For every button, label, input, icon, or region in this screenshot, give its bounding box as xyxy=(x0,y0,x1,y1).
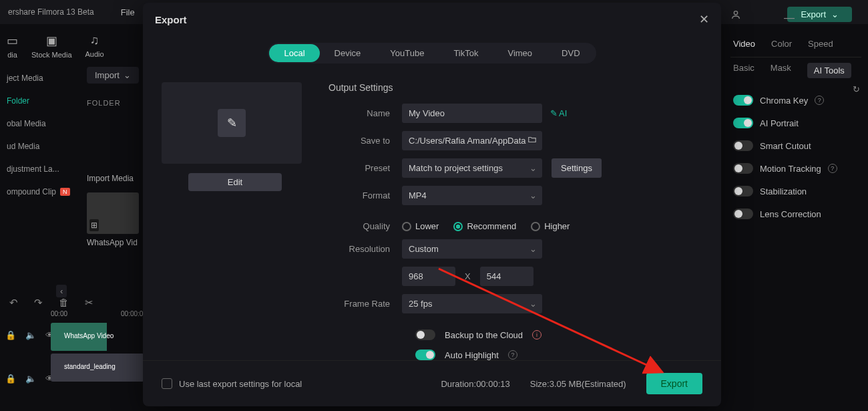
name-input[interactable] xyxy=(402,104,542,123)
quality-lower-radio[interactable]: Lower xyxy=(402,221,439,231)
timeline-track[interactable]: WhatsApp Video xyxy=(51,323,144,351)
lock-icon[interactable]: 🔒 xyxy=(5,374,16,384)
app-title: ershare Filmora 13 Beta xyxy=(8,7,94,17)
stabilization-toggle[interactable] xyxy=(733,186,753,196)
export-tab-dvd[interactable]: DVD xyxy=(547,44,594,62)
import-dropdown[interactable]: Import ⌄ xyxy=(87,67,139,84)
ai-portrait-toggle[interactable] xyxy=(733,118,753,128)
resolution-select[interactable] xyxy=(402,239,542,259)
width-input[interactable] xyxy=(402,267,455,286)
saveto-input[interactable] xyxy=(402,131,542,150)
stock-icon: ▣ xyxy=(46,33,57,48)
use-last-settings-label: Use last export settings for local xyxy=(179,379,302,389)
output-settings-heading: Output Settings xyxy=(329,82,702,93)
edit-button[interactable]: Edit xyxy=(188,173,282,191)
media-label: dia xyxy=(7,51,17,59)
export-button[interactable]: Export xyxy=(646,373,702,394)
x-separator: X xyxy=(465,271,471,281)
audio-tab[interactable]: ♫ Audio xyxy=(85,33,104,59)
import-media-label: Import Media xyxy=(87,174,139,183)
track-clip-label: standard_leading xyxy=(64,363,116,370)
export-button-top[interactable]: Export ⌄ xyxy=(787,7,852,22)
close-icon[interactable]: ✕ xyxy=(699,12,709,27)
chevron-down-icon: ⌄ xyxy=(124,70,131,80)
svg-point-0 xyxy=(734,11,737,15)
lens-correction-label: Lens Correction xyxy=(760,209,821,219)
format-label: Format xyxy=(329,190,402,200)
import-label: Import xyxy=(95,70,120,80)
backup-label: Backup to the Cloud xyxy=(445,330,523,340)
tab-video[interactable]: Video xyxy=(733,36,755,51)
highlight-label: Auto Highlight xyxy=(445,350,499,360)
size-text: Size:3.05 MB(Estimated) xyxy=(530,379,626,389)
folder-icon[interactable] xyxy=(527,135,537,146)
motion-tracking-toggle[interactable] xyxy=(733,163,753,174)
preset-label: Preset xyxy=(329,163,402,173)
motion-tracking-label: Motion Tracking xyxy=(760,164,821,174)
resolution-label: Resolution xyxy=(329,244,402,254)
track-clip-label: WhatsApp Video xyxy=(64,332,114,339)
subtab-mask[interactable]: Mask xyxy=(771,63,791,78)
tab-speed[interactable]: Speed xyxy=(808,36,833,51)
sidebar-item-folder[interactable]: Folder xyxy=(0,90,73,112)
export-modal: Export ✕ Local Device YouTube TikTok Vim… xyxy=(143,3,721,406)
ai-icon[interactable]: ✎AI xyxy=(550,108,567,118)
sidebar-item-cloud-media[interactable]: ud Media xyxy=(0,135,73,158)
export-tab-local[interactable]: Local xyxy=(269,44,319,62)
smart-cutout-label: Smart Cutout xyxy=(760,141,811,151)
file-menu[interactable]: File xyxy=(121,7,135,17)
mute-icon[interactable]: 🔈 xyxy=(25,374,36,384)
mute-icon[interactable]: 🔈 xyxy=(25,330,36,340)
smart-cutout-toggle[interactable] xyxy=(733,140,753,151)
chevron-down-icon: ⌄ xyxy=(831,9,839,19)
export-tab-youtube[interactable]: YouTube xyxy=(375,44,439,62)
clip-name: WhatsApp Vid xyxy=(87,238,139,247)
use-last-settings-checkbox[interactable] xyxy=(162,378,172,389)
audio-label: Audio xyxy=(85,50,104,58)
export-tab-tiktok[interactable]: TikTok xyxy=(439,44,493,62)
media-icon: ▭ xyxy=(7,33,18,48)
auto-highlight-toggle[interactable] xyxy=(415,350,435,360)
stabilization-label: Stabilization xyxy=(760,186,807,196)
subtab-ai-tools[interactable]: AI Tools xyxy=(807,63,851,78)
preset-select[interactable] xyxy=(402,158,542,178)
export-tab-vimeo[interactable]: Vimeo xyxy=(493,44,547,62)
edit-icon: ✎ xyxy=(218,109,246,137)
timeline-track[interactable]: standard_leading xyxy=(51,354,144,382)
framerate-label: Frame Rate xyxy=(329,299,402,309)
lock-icon[interactable]: 🔒 xyxy=(5,330,16,340)
stock-media-tab[interactable]: ▣ Stock Media xyxy=(31,33,72,59)
height-input[interactable] xyxy=(480,267,533,286)
help-icon[interactable]: ? xyxy=(508,350,517,360)
sidebar-item-compound[interactable]: ompound Clip N xyxy=(0,180,73,203)
audio-icon: ♫ xyxy=(90,33,99,47)
sidebar-item-global-media[interactable]: obal Media xyxy=(0,112,73,135)
name-label: Name xyxy=(329,108,402,118)
tab-color[interactable]: Color xyxy=(771,36,792,51)
sidebar-item-adjustment[interactable]: djustment La... xyxy=(0,158,73,180)
sidebar-item-project-media[interactable]: ject Media xyxy=(0,67,73,90)
lens-correction-toggle[interactable] xyxy=(733,209,753,219)
framerate-select[interactable] xyxy=(402,294,542,313)
redo-icon[interactable]: ↷ xyxy=(34,297,43,309)
media-thumbnail[interactable]: ⊞ xyxy=(87,192,139,234)
minimize-button[interactable]: — xyxy=(784,12,795,24)
help-icon[interactable]: ? xyxy=(815,96,824,105)
user-icon[interactable] xyxy=(730,9,741,22)
undo-icon[interactable]: ↶ xyxy=(9,297,18,309)
export-tab-device[interactable]: Device xyxy=(320,44,376,62)
stock-label: Stock Media xyxy=(31,51,72,59)
quality-higher-radio[interactable]: Higher xyxy=(531,221,570,231)
format-select[interactable] xyxy=(402,186,542,205)
info-icon[interactable]: i xyxy=(532,330,541,339)
media-tab[interactable]: ▭ dia xyxy=(7,33,18,59)
quality-label: Quality xyxy=(329,221,402,231)
subtab-basic[interactable]: Basic xyxy=(733,63,754,78)
settings-button[interactable]: Settings xyxy=(552,158,602,178)
reset-icon[interactable]: ↻ xyxy=(853,84,860,94)
chroma-key-toggle[interactable] xyxy=(733,95,753,106)
help-icon[interactable]: ? xyxy=(828,164,837,173)
preview-thumbnail: ✎ xyxy=(162,82,302,164)
quality-recommend-radio[interactable]: Recommend xyxy=(453,221,516,231)
backup-cloud-toggle[interactable] xyxy=(415,329,435,340)
